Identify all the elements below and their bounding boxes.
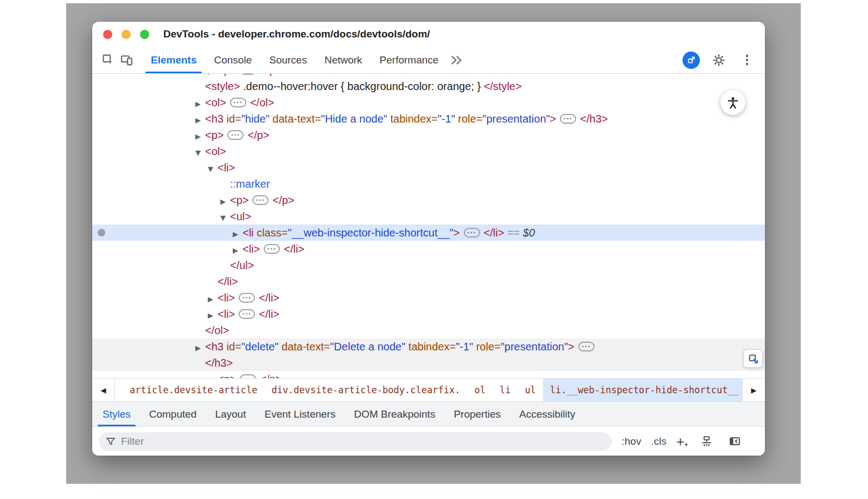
tree-row[interactable]: ▼<ul> [92,208,765,225]
expand-arrow-icon[interactable]: ▶ [195,129,205,145]
panel-tab-sources[interactable]: Sources [260,47,316,73]
breadcrumb-item[interactable]: li [493,379,518,401]
tree-row[interactable]: ▶<li>···</li> [92,306,765,322]
code-token-tag: <ol> [205,145,226,157]
inline-expand-icon[interactable]: ··· [240,74,256,75]
sidebar-tab-computed[interactable]: Computed [140,402,206,426]
code-token-tag: </p> [247,129,269,141]
collapse-arrow-icon[interactable]: ▼ [220,210,230,226]
breadcrumb-item[interactable]: div.devsite-article-body.clearfix. [264,379,467,401]
inline-expand-icon[interactable]: ··· [227,130,244,140]
inspect-element-icon[interactable] [99,51,117,69]
expand-arrow-icon[interactable]: ▶ [195,96,205,112]
breadcrumb-item[interactable]: ol [467,379,492,401]
tree-row[interactable]: ▶<li class="__web-inspector-hide-shortcu… [92,225,765,241]
new-style-rule-button[interactable]: + ▾ [676,434,687,449]
code-token-tag: > [568,341,575,353]
code-token-tag: > [454,227,460,239]
sidebar-tab-layout[interactable]: Layout [206,402,255,426]
panel-tab-elements[interactable]: Elements [142,47,205,73]
tree-row[interactable]: </ol> [92,322,765,338]
inline-expand-icon[interactable]: ··· [239,293,255,303]
breadcrumb-item[interactable]: li.__web-inspector-hide-shortcut__ [543,379,742,401]
code-token-tag: </ol> [205,324,229,336]
accessibility-person-icon [726,96,739,109]
minimize-window-button[interactable] [122,30,131,39]
toggle-sidebar-icon[interactable] [726,432,744,451]
collapse-arrow-icon[interactable]: ▼ [195,145,205,161]
customize-menu-icon[interactable] [738,51,756,69]
dock-floating-button[interactable] [743,349,763,368]
code-token-tag: </li> [259,292,279,304]
code-token-tag: <li [242,227,254,239]
expand-arrow-icon[interactable]: ▶ [220,194,230,210]
settings-gear-icon[interactable] [710,51,728,69]
breadcrumb-item[interactable]: ul [518,379,542,401]
inline-expand-icon[interactable]: ··· [252,195,269,205]
focus-page-icon[interactable] [682,52,700,69]
desktop-background: DevTools - developer.chrome.com/docs/dev… [66,3,801,484]
expand-arrow-icon[interactable]: ▶ [208,308,218,324]
breadcrumb-item[interactable]: article.devsite-article [123,379,264,401]
breadcrumb-scroll-right-icon[interactable]: ▶ [742,379,765,401]
sidebar-tab-properties[interactable]: Properties [444,402,510,426]
sidebar-tab-event-listeners[interactable]: Event Listeners [255,402,344,426]
expand-arrow-icon[interactable]: ▶ [195,340,205,356]
styles-filter-input[interactable]: Filter [99,432,612,451]
expand-arrow-icon[interactable]: ▶ [208,291,218,308]
code-token-attr: data-text= [278,341,330,353]
inline-expand-icon[interactable]: ··· [264,244,280,254]
device-toolbar-icon[interactable] [117,51,136,69]
tree-row[interactable]: </li> [92,273,765,290]
expand-arrow-icon[interactable]: ▶ [208,373,218,378]
tree-row[interactable]: ▶<h3 id="delete" data-text="Delete a nod… [92,338,765,355]
breadcrumb-scroll-left-icon[interactable]: ◀ [92,379,115,401]
close-window-button[interactable] [103,30,112,39]
tree-row[interactable]: ▼<ol> [92,143,765,159]
inline-expand-icon[interactable]: ··· [239,309,255,319]
expand-arrow-icon[interactable]: ▶ [233,226,242,242]
collapse-arrow-icon[interactable]: ▼ [208,161,218,177]
kebab-dots-glyph [746,59,749,61]
stamp-icon[interactable] [698,432,716,451]
expand-arrow-icon[interactable]: ▶ [195,112,205,129]
tree-row[interactable]: </ul> [92,257,765,273]
tree-row[interactable]: ▶<p>···</p> [92,192,765,208]
tree-row[interactable]: <style> .demo--hover:hover { background-… [92,78,765,94]
code-token-tag: </ol> [250,97,274,108]
tree-row[interactable]: ▼<li> [92,159,765,176]
tree-row[interactable]: ▶<li>···</li> [92,241,765,257]
panel-tab-performance[interactable]: Performance [371,47,448,73]
toggle-element-state-button[interactable]: :hov [622,436,641,447]
tree-row[interactable]: ▶<p>···</p> [92,127,765,143]
expand-arrow-icon[interactable]: ▶ [233,242,242,259]
inline-expand-icon[interactable]: ··· [560,114,576,124]
panel-tab-console[interactable]: Console [205,47,260,73]
tree-row[interactable]: ▶<h3 id="hide" data-text="Hide a node" t… [92,111,765,127]
tree-row[interactable]: ▶<p>···</p> [92,74,765,78]
panel-tab-network[interactable]: Network [316,47,371,73]
code-token-value: "presentation" [501,341,568,353]
zoom-window-button[interactable] [140,30,149,39]
tree-row[interactable]: ▶<li>···</li> [92,290,765,306]
sidebar-tab-dom-breakpoints[interactable]: DOM Breakpoints [344,402,444,426]
tree-row[interactable]: ▶<ol>···</ol> [92,94,765,111]
code-token-marker: ::marker [230,178,270,190]
tree-row[interactable]: ▶<p>···</p> [92,371,765,378]
code-token-tag: <p> [230,194,248,206]
tree-row[interactable]: ::marker [92,176,765,192]
sidebar-tab-styles[interactable]: Styles [93,402,140,426]
accessibility-floating-button[interactable] [720,90,745,115]
inline-expand-icon[interactable]: ··· [464,228,480,238]
inline-expand-icon[interactable]: ··· [230,98,246,107]
code-token-value: "__web-inspector-hide-shortcut__" [288,227,453,239]
element-classes-button[interactable]: .cls [651,436,667,447]
sidebar-tab-accessibility[interactable]: Accessibility [510,402,584,426]
inline-expand-icon[interactable]: ··· [240,374,256,379]
code-token-value: "delete" [241,341,279,353]
code-token-tag: <li> [242,243,260,255]
tree-row[interactable]: </h3> [92,355,765,371]
inline-expand-icon[interactable]: ··· [578,342,595,351]
more-tabs-icon[interactable] [447,51,465,69]
selected-row-marker-dot [98,229,105,236]
